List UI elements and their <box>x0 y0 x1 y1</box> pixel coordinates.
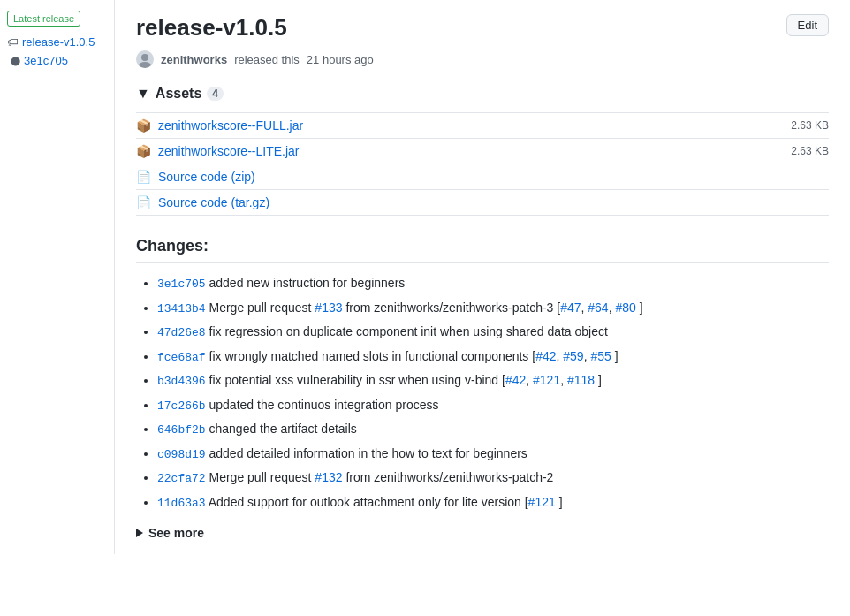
sidebar-tag[interactable]: 🏷 release-v1.0.5 <box>7 35 107 49</box>
issue-link[interactable]: #47 <box>560 300 581 315</box>
author-link[interactable]: zenithworks <box>161 53 227 66</box>
asset-link[interactable]: Source code (zip) <box>158 170 255 184</box>
asset-left: 📦zenithworkscore--LITE.jar <box>136 144 300 158</box>
issue-link[interactable]: #64 <box>588 300 608 315</box>
latest-release-badge: Latest release <box>7 11 80 27</box>
commit-hash-link[interactable]: b3d4396 <box>157 375 206 388</box>
change-list: 3e1c705 added new instruction for beginn… <box>136 274 829 512</box>
pr-link[interactable]: #132 <box>315 470 342 484</box>
change-item: 11d63a3 Added support for outlook attach… <box>157 493 829 513</box>
commit-hash-link[interactable]: c098d19 <box>157 448 206 461</box>
asset-file-icon: 📄 <box>136 170 151 184</box>
change-item: 17c266b updated the continuos integratio… <box>157 396 829 415</box>
commit-message: changed the artifact details <box>209 422 357 436</box>
release-title: release-v1.0.5 <box>136 14 287 42</box>
svg-point-1 <box>139 62 151 68</box>
pr-link[interactable]: #133 <box>315 300 342 315</box>
sidebar-tag-label: release-v1.0.5 <box>22 35 95 49</box>
asset-size: 2.63 KB <box>791 145 829 157</box>
commit-hash-link[interactable]: 646bf2b <box>157 423 206 437</box>
issue-link[interactable]: #55 <box>590 349 611 363</box>
svg-point-0 <box>141 54 148 61</box>
commit-hash-link[interactable]: 17c266b <box>157 399 206 413</box>
commit-icon: ⬤ <box>11 56 20 65</box>
tag-icon: 🏷 <box>7 35 19 49</box>
asset-row: 📦zenithworkscore--FULL.jar2.63 KB <box>136 112 829 138</box>
release-meta: zenithworks released this 21 hours ago <box>136 50 829 68</box>
released-text: released this <box>234 53 300 66</box>
commit-message: Merge pull request <box>209 300 315 315</box>
asset-list: 📦zenithworkscore--FULL.jar2.63 KB📦zenith… <box>136 112 829 216</box>
issue-link[interactable]: #121 <box>528 495 556 509</box>
avatar <box>136 50 154 68</box>
commit-message: added new instruction for beginners <box>209 276 406 290</box>
triangle-right-icon <box>136 529 143 537</box>
commit-message: fix wrongly matched named slots in funct… <box>209 349 536 363</box>
asset-row: 📄Source code (tar.gz) <box>136 189 829 216</box>
change-item: 13413b4 Merge pull request #133 from zen… <box>157 299 829 318</box>
commit-hash-link[interactable]: 47d26e8 <box>157 326 206 339</box>
sidebar-commit[interactable]: ⬤ 3e1c705 <box>11 54 107 67</box>
change-item: fce68af fix wrongly matched named slots … <box>157 347 829 367</box>
asset-left: 📄Source code (tar.gz) <box>136 195 269 209</box>
asset-link[interactable]: zenithworkscore--LITE.jar <box>158 144 300 158</box>
asset-left: 📦zenithworkscore--FULL.jar <box>136 118 303 133</box>
see-more[interactable]: See more <box>136 526 829 540</box>
asset-file-icon: 📦 <box>136 144 151 158</box>
change-item: 47d26e8 fix regression on duplicate comp… <box>157 323 829 342</box>
assets-section: ▼ Assets 4 📦zenithworkscore--FULL.jar2.6… <box>136 86 829 216</box>
time-text: 21 hours ago <box>307 53 374 66</box>
assets-chevron: ▼ <box>136 86 150 102</box>
changes-title: Changes: <box>136 237 829 263</box>
commit-message: fix potential xss vulnerability in ssr w… <box>209 373 505 387</box>
commit-message: fix regression on duplicate component in… <box>209 324 608 338</box>
changes-section: Changes: 3e1c705 added new instruction f… <box>136 237 829 540</box>
issue-link[interactable]: #59 <box>563 349 583 363</box>
release-header: release-v1.0.5 Edit <box>136 14 829 42</box>
issue-link[interactable]: #121 <box>533 373 560 387</box>
commit-message: Added support for outlook attachment onl… <box>209 495 528 509</box>
commit-message: added detailed information in the how to… <box>209 446 527 460</box>
asset-row: 📦zenithworkscore--LITE.jar2.63 KB <box>136 138 829 164</box>
issue-link[interactable]: #42 <box>505 373 526 387</box>
change-item: c098d19 added detailed information in th… <box>157 445 829 464</box>
change-item: 646bf2b changed the artifact details <box>157 420 829 439</box>
issue-link[interactable]: #42 <box>535 349 556 363</box>
sidebar: Latest release 🏷 release-v1.0.5 ⬤ 3e1c70… <box>0 0 115 554</box>
assets-count: 4 <box>207 87 224 101</box>
assets-header[interactable]: ▼ Assets 4 <box>136 86 829 102</box>
asset-link[interactable]: zenithworkscore--FULL.jar <box>158 118 303 133</box>
change-item: 3e1c705 added new instruction for beginn… <box>157 274 829 293</box>
see-more-label: See more <box>148 526 204 540</box>
asset-size: 2.63 KB <box>791 119 829 132</box>
sidebar-commit-label: 3e1c705 <box>24 54 68 67</box>
asset-link[interactable]: Source code (tar.gz) <box>158 195 269 209</box>
edit-button[interactable]: Edit <box>786 14 829 36</box>
asset-file-icon: 📄 <box>136 195 151 209</box>
commit-message: Merge pull request <box>209 470 315 484</box>
commit-hash-link[interactable]: fce68af <box>157 351 206 364</box>
change-item: 22cfa72 Merge pull request #132 from zen… <box>157 468 829 488</box>
asset-file-icon: 📦 <box>136 118 151 133</box>
asset-left: 📄Source code (zip) <box>136 170 255 184</box>
issue-link[interactable]: #80 <box>615 300 635 315</box>
change-item: b3d4396 fix potential xss vulnerability … <box>157 371 829 391</box>
commit-hash-link[interactable]: 13413b4 <box>157 302 206 316</box>
issue-link[interactable]: #118 <box>567 373 595 387</box>
commit-hash-link[interactable]: 3e1c705 <box>157 278 206 291</box>
assets-title: Assets <box>156 86 201 102</box>
commit-message: updated the continuos integration proces… <box>209 398 439 412</box>
commit-hash-link[interactable]: 11d63a3 <box>157 497 206 510</box>
asset-row: 📄Source code (zip) <box>136 164 829 189</box>
commit-hash-link[interactable]: 22cfa72 <box>157 472 206 485</box>
main-content: release-v1.0.5 Edit zenithworks released… <box>115 0 850 554</box>
